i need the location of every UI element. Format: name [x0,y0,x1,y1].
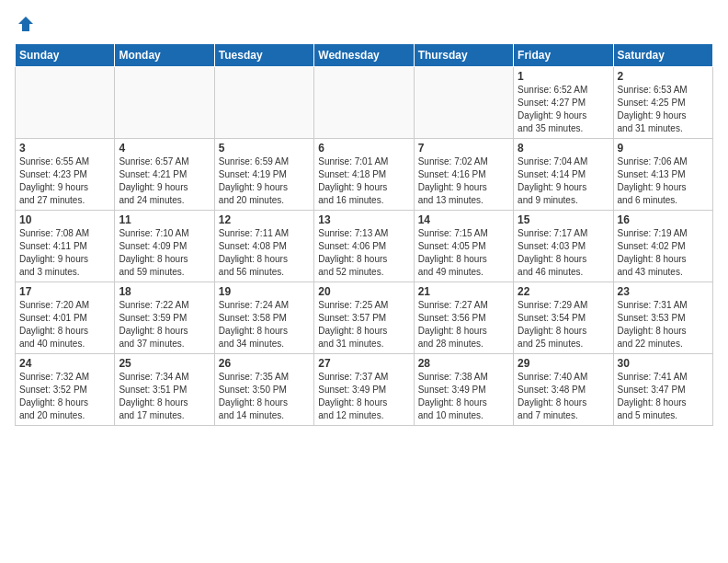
day-cell [214,66,313,138]
day-cell: 11Sunrise: 7:10 AM Sunset: 4:09 PM Dayli… [115,210,214,282]
day-cell: 29Sunrise: 7:40 AM Sunset: 3:48 PM Dayli… [514,353,613,425]
day-number: 6 [318,142,409,155]
day-number: 21 [418,285,509,298]
day-number: 29 [518,357,609,370]
day-cell: 14Sunrise: 7:15 AM Sunset: 4:05 PM Dayli… [414,210,513,282]
day-cell: 25Sunrise: 7:34 AM Sunset: 3:51 PM Dayli… [115,353,214,425]
day-number: 11 [119,213,210,226]
day-number: 14 [418,213,509,226]
day-number: 24 [19,357,110,370]
day-number: 18 [119,285,210,298]
day-info: Sunrise: 7:40 AM Sunset: 3:48 PM Dayligh… [518,371,609,422]
weekday-header-monday: Monday [115,43,214,66]
day-info: Sunrise: 7:35 AM Sunset: 3:50 PM Dayligh… [219,371,310,422]
day-info: Sunrise: 7:02 AM Sunset: 4:16 PM Dayligh… [418,155,509,207]
day-cell: 4Sunrise: 6:57 AM Sunset: 4:21 PM Daylig… [115,138,214,210]
day-number: 17 [19,285,110,298]
calendar: SundayMondayTuesdayWednesdayThursdayFrid… [15,43,713,426]
week-row-5: 24Sunrise: 7:32 AM Sunset: 3:52 PM Dayli… [16,353,713,425]
day-info: Sunrise: 7:15 AM Sunset: 4:05 PM Dayligh… [418,227,509,279]
day-cell: 15Sunrise: 7:17 AM Sunset: 4:03 PM Dayli… [514,210,613,282]
day-cell: 2Sunrise: 6:53 AM Sunset: 4:25 PM Daylig… [613,66,712,138]
day-info: Sunrise: 7:19 AM Sunset: 4:02 PM Dayligh… [618,227,709,279]
day-info: Sunrise: 7:08 AM Sunset: 4:11 PM Dayligh… [19,227,110,279]
day-info: Sunrise: 6:55 AM Sunset: 4:23 PM Dayligh… [19,155,110,207]
day-cell: 10Sunrise: 7:08 AM Sunset: 4:11 PM Dayli… [16,210,115,282]
day-info: Sunrise: 7:10 AM Sunset: 4:09 PM Dayligh… [119,227,210,279]
day-cell: 12Sunrise: 7:11 AM Sunset: 4:08 PM Dayli… [214,210,313,282]
day-number: 27 [318,357,409,370]
weekday-header-row: SundayMondayTuesdayWednesdayThursdayFrid… [16,43,713,66]
day-number: 3 [19,142,110,155]
day-number: 1 [518,70,609,83]
weekday-header-saturday: Saturday [613,43,712,66]
day-info: Sunrise: 7:41 AM Sunset: 3:47 PM Dayligh… [618,371,709,422]
day-number: 26 [219,357,310,370]
day-cell: 7Sunrise: 7:02 AM Sunset: 4:16 PM Daylig… [414,138,513,210]
weekday-header-thursday: Thursday [414,43,513,66]
weekday-header-tuesday: Tuesday [214,43,313,66]
day-number: 7 [418,142,509,155]
day-info: Sunrise: 7:29 AM Sunset: 3:54 PM Dayligh… [518,299,609,350]
day-number: 20 [318,285,409,298]
day-cell: 21Sunrise: 7:27 AM Sunset: 3:56 PM Dayli… [414,282,513,353]
day-cell: 3Sunrise: 6:55 AM Sunset: 4:23 PM Daylig… [16,138,115,210]
day-cell [414,66,513,138]
weekday-header-sunday: Sunday [16,43,115,66]
day-cell: 17Sunrise: 7:20 AM Sunset: 4:01 PM Dayli… [16,282,115,353]
day-cell: 20Sunrise: 7:25 AM Sunset: 3:57 PM Dayli… [314,282,414,353]
day-info: Sunrise: 7:17 AM Sunset: 4:03 PM Dayligh… [518,227,609,279]
week-row-4: 17Sunrise: 7:20 AM Sunset: 4:01 PM Dayli… [16,282,713,353]
day-info: Sunrise: 7:24 AM Sunset: 3:58 PM Dayligh… [219,299,310,350]
day-cell: 16Sunrise: 7:19 AM Sunset: 4:02 PM Dayli… [613,210,712,282]
weekday-header-wednesday: Wednesday [314,43,414,66]
day-cell: 5Sunrise: 6:59 AM Sunset: 4:19 PM Daylig… [214,138,313,210]
day-cell: 1Sunrise: 6:52 AM Sunset: 4:27 PM Daylig… [514,66,613,138]
day-info: Sunrise: 7:20 AM Sunset: 4:01 PM Dayligh… [19,299,110,350]
day-info: Sunrise: 7:34 AM Sunset: 3:51 PM Dayligh… [119,371,210,422]
day-info: Sunrise: 7:37 AM Sunset: 3:49 PM Dayligh… [318,371,409,422]
day-cell [314,66,414,138]
day-cell: 6Sunrise: 7:01 AM Sunset: 4:18 PM Daylig… [314,138,414,210]
day-number: 12 [219,213,310,226]
day-number: 28 [418,357,509,370]
day-number: 22 [518,285,609,298]
day-number: 16 [618,213,709,226]
day-info: Sunrise: 7:31 AM Sunset: 3:53 PM Dayligh… [618,299,709,350]
day-number: 19 [219,285,310,298]
day-cell: 8Sunrise: 7:04 AM Sunset: 4:14 PM Daylig… [514,138,613,210]
day-number: 15 [518,213,609,226]
day-cell: 23Sunrise: 7:31 AM Sunset: 3:53 PM Dayli… [613,282,712,353]
day-info: Sunrise: 7:13 AM Sunset: 4:06 PM Dayligh… [318,227,409,279]
day-cell: 30Sunrise: 7:41 AM Sunset: 3:47 PM Dayli… [613,353,712,425]
day-info: Sunrise: 6:53 AM Sunset: 4:25 PM Dayligh… [618,84,709,135]
day-info: Sunrise: 6:59 AM Sunset: 4:19 PM Dayligh… [219,155,310,207]
day-info: Sunrise: 7:22 AM Sunset: 3:59 PM Dayligh… [119,299,210,350]
day-cell: 18Sunrise: 7:22 AM Sunset: 3:59 PM Dayli… [115,282,214,353]
day-cell: 19Sunrise: 7:24 AM Sunset: 3:58 PM Dayli… [214,282,313,353]
day-cell: 24Sunrise: 7:32 AM Sunset: 3:52 PM Dayli… [16,353,115,425]
week-row-2: 3Sunrise: 6:55 AM Sunset: 4:23 PM Daylig… [16,138,713,210]
day-cell: 9Sunrise: 7:06 AM Sunset: 4:13 PM Daylig… [613,138,712,210]
logo [15,18,35,38]
weekday-header-friday: Friday [514,43,613,66]
day-cell: 22Sunrise: 7:29 AM Sunset: 3:54 PM Dayli… [514,282,613,353]
day-number: 8 [518,142,609,155]
day-info: Sunrise: 6:52 AM Sunset: 4:27 PM Dayligh… [518,84,609,135]
day-cell [16,66,115,138]
day-info: Sunrise: 6:57 AM Sunset: 4:21 PM Dayligh… [119,155,210,207]
week-row-1: 1Sunrise: 6:52 AM Sunset: 4:27 PM Daylig… [16,66,713,138]
logo-icon [17,15,35,33]
day-number: 9 [618,142,709,155]
svg-marker-0 [18,17,33,31]
day-info: Sunrise: 7:06 AM Sunset: 4:13 PM Dayligh… [618,155,709,207]
day-cell: 13Sunrise: 7:13 AM Sunset: 4:06 PM Dayli… [314,210,414,282]
week-row-3: 10Sunrise: 7:08 AM Sunset: 4:11 PM Dayli… [16,210,713,282]
day-cell: 27Sunrise: 7:37 AM Sunset: 3:49 PM Dayli… [314,353,414,425]
day-info: Sunrise: 7:11 AM Sunset: 4:08 PM Dayligh… [219,227,310,279]
day-info: Sunrise: 7:32 AM Sunset: 3:52 PM Dayligh… [19,371,110,422]
day-number: 23 [618,285,709,298]
day-cell: 28Sunrise: 7:38 AM Sunset: 3:49 PM Dayli… [414,353,513,425]
day-number: 30 [618,357,709,370]
day-cell: 26Sunrise: 7:35 AM Sunset: 3:50 PM Dayli… [214,353,313,425]
